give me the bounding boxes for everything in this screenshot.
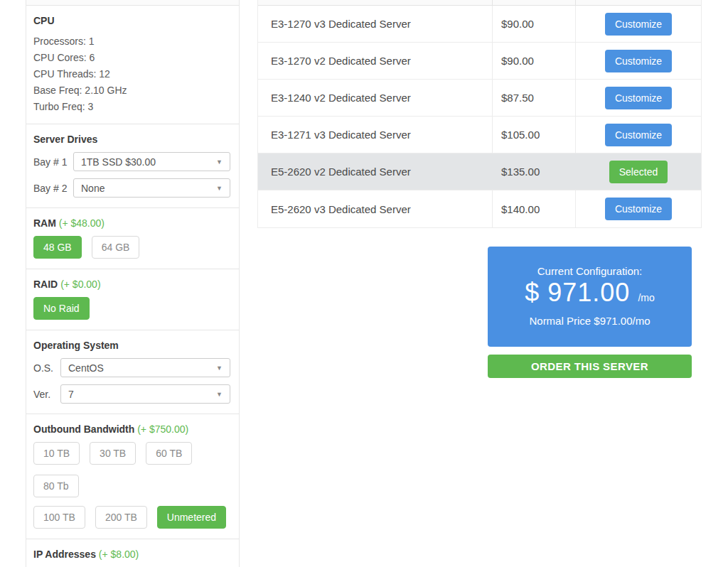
current-configuration-panel: Current Configuration: $ 971.00 /mo Norm… [488, 247, 692, 347]
raid-title: RAID (+ $0.00) [33, 279, 230, 290]
config-price-amount: 971.00 [547, 278, 630, 307]
server-name: E3-1271 v3 Dedicated Server [258, 117, 493, 153]
os-version-select[interactable]: 7 ▼ [60, 384, 230, 404]
ip-addresses-surcharge: (+ $8.00) [99, 549, 139, 560]
server-name: E3-1270 v2 Dedicated Server [258, 43, 493, 79]
bay2-row: Bay # 2 None ▼ [33, 178, 230, 198]
bay1-row: Bay # 1 1TB SSD $30.00 ▼ [33, 152, 230, 171]
cpu-threads: CPU Threads: 12 [33, 66, 230, 82]
config-panel-title: Current Configuration: [495, 265, 685, 277]
bandwidth-title-text: Outbound Bandwidth [33, 423, 134, 435]
chevron-down-icon: ▼ [216, 364, 223, 372]
bay2-select-value: None [81, 183, 105, 194]
server-name: E5-2620 v2 Dedicated Server [258, 153, 493, 190]
server-table-header [258, 0, 701, 6]
server-row: E3-1271 v3 Dedicated Server $105.00 Cust… [258, 117, 701, 153]
os-select-value: CentOS [68, 362, 104, 374]
ram-title: RAM (+ $48.00) [33, 217, 230, 229]
customize-button[interactable]: Customize [605, 124, 672, 146]
server-row-selected: E5-2620 v2 Dedicated Server $135.00 Sele… [258, 153, 701, 190]
raid-options: No Raid [33, 297, 230, 320]
server-name: E5-2620 v3 Dedicated Server [258, 190, 493, 227]
bay1-label: Bay # 1 [33, 156, 73, 168]
bandwidth-section: Outbound Bandwidth (+ $750.00) 10 TB 30 … [26, 414, 239, 539]
ram-title-text: RAM [33, 217, 56, 229]
server-price: $90.00 [493, 6, 576, 42]
server-price: $105.00 [493, 117, 576, 153]
bandwidth-option-100tb[interactable]: 100 TB [33, 506, 85, 529]
chevron-down-icon: ▼ [216, 391, 223, 398]
customize-button[interactable]: Customize [605, 13, 672, 36]
normal-price: Normal Price $971.00/mo [495, 315, 685, 327]
ram-section: RAM (+ $48.00) 48 GB 64 GB [26, 208, 239, 269]
os-row: O.S. CentOS ▼ [33, 358, 230, 377]
bandwidth-option-unmetered[interactable]: Unmetered [157, 506, 226, 529]
server-name: E3-1240 v2 Dedicated Server [258, 80, 493, 116]
raid-title-text: RAID [33, 279, 58, 290]
summary-column: Current Configuration: $ 971.00 /mo Norm… [488, 247, 692, 378]
os-label: O.S. [33, 362, 60, 374]
server-row: E3-1270 v2 Dedicated Server $90.00 Custo… [258, 43, 701, 80]
bandwidth-options-row2: 100 TB 200 TB Unmetered [33, 506, 230, 529]
server-name: E3-1270 v3 Dedicated Server [258, 6, 493, 42]
order-server-button[interactable]: ORDER THIS SERVER [488, 355, 692, 378]
customize-button[interactable]: Customize [605, 50, 672, 72]
chevron-down-icon: ▼ [216, 158, 223, 166]
bay1-select[interactable]: 1TB SSD $30.00 ▼ [73, 152, 230, 171]
server-price: $90.00 [493, 43, 576, 79]
bandwidth-option-60tb[interactable]: 60 TB [146, 442, 192, 465]
server-row: E3-1240 v2 Dedicated Server $87.50 Custo… [258, 80, 701, 117]
ip-addresses-section: IP Addresses (+ $8.00) 8 IPs 16 IPs 32 I… [26, 539, 239, 567]
os-version-select-value: 7 [68, 389, 74, 400]
ip-addresses-title: IP Addresses (+ $8.00) [33, 549, 230, 560]
bandwidth-option-200tb[interactable]: 200 TB [95, 506, 147, 529]
ram-option-48gb[interactable]: 48 GB [33, 236, 82, 259]
bandwidth-option-10tb[interactable]: 10 TB [33, 442, 80, 465]
os-version-row: Ver. 7 ▼ [33, 384, 230, 404]
raid-option-noraid[interactable]: No Raid [33, 297, 90, 320]
bandwidth-surcharge: (+ $750.00) [137, 423, 188, 435]
server-table: E3-1270 v3 Dedicated Server $90.00 Custo… [257, 0, 702, 228]
os-title: Operating System [33, 340, 230, 351]
server-price: $87.50 [493, 80, 576, 116]
sidebar-top-divider [26, 0, 239, 6]
cpu-base-freq: Base Freq: 2.10 GHz [33, 82, 230, 99]
config-price-currency: $ [525, 278, 540, 307]
os-version-label: Ver. [33, 389, 60, 400]
server-price: $140.00 [493, 190, 576, 227]
customize-button[interactable]: Customize [605, 198, 672, 220]
server-row: E5-2620 v3 Dedicated Server $140.00 Cust… [258, 190, 701, 227]
bay2-label: Bay # 2 [33, 183, 73, 194]
config-price: $ 971.00 /mo [495, 277, 685, 313]
cpu-processors: Processors: 1 [33, 33, 230, 50]
main-column: E3-1270 v3 Dedicated Server $90.00 Custo… [257, 0, 702, 378]
selected-button[interactable]: Selected [609, 161, 668, 183]
server-price: $135.00 [493, 153, 576, 190]
config-price-unit: /mo [638, 292, 654, 303]
cpu-section-title: CPU [33, 15, 230, 26]
customize-button[interactable]: Customize [605, 87, 672, 109]
chevron-down-icon: ▼ [216, 185, 223, 192]
ram-options: 48 GB 64 GB [33, 236, 230, 259]
ip-addresses-title-text: IP Addresses [33, 549, 96, 560]
ram-surcharge: (+ $48.00) [59, 217, 105, 229]
cpu-turbo-freq: Turbo Freq: 3 [33, 99, 230, 115]
bandwidth-options-row1: 10 TB 30 TB 60 TB 80 Tb [33, 442, 230, 497]
ram-option-64gb[interactable]: 64 GB [92, 236, 140, 259]
bay1-select-value: 1TB SSD $30.00 [81, 156, 156, 168]
bandwidth-title: Outbound Bandwidth (+ $750.00) [33, 423, 230, 435]
config-sidebar: CPU Processors: 1 CPU Cores: 6 CPU Threa… [26, 0, 240, 567]
server-drives-section: Server Drives Bay # 1 1TB SSD $30.00 ▼ B… [26, 124, 239, 208]
cpu-cores: CPU Cores: 6 [33, 50, 230, 66]
server-drives-title: Server Drives [33, 134, 230, 145]
server-row: E3-1270 v3 Dedicated Server $90.00 Custo… [258, 6, 701, 43]
raid-surcharge: (+ $0.00) [60, 279, 100, 290]
bandwidth-option-30tb[interactable]: 30 TB [90, 442, 136, 465]
bay2-select[interactable]: None ▼ [73, 178, 230, 198]
bandwidth-option-80tb[interactable]: 80 Tb [33, 475, 79, 497]
cpu-section: CPU Processors: 1 CPU Cores: 6 CPU Threa… [26, 6, 239, 124]
os-section: Operating System O.S. CentOS ▼ Ver. 7 ▼ [26, 330, 239, 414]
server-configurator-page: CPU Processors: 1 CPU Cores: 6 CPU Threa… [0, 0, 728, 567]
raid-section: RAID (+ $0.00) No Raid [26, 269, 239, 330]
os-select[interactable]: CentOS ▼ [60, 358, 230, 377]
